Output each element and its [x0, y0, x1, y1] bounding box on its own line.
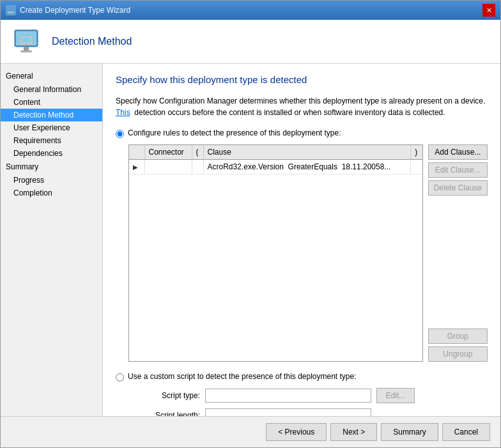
close-button[interactable]: ✕ — [482, 4, 495, 17]
main-panel: Specify how this deployment type is dete… — [103, 64, 500, 416]
ungroup-button[interactable]: Ungroup — [428, 346, 488, 362]
svg-rect-6 — [24, 47, 29, 50]
title-bar-label: Create Deployment Type Wizard — [20, 6, 130, 15]
script-type-row: Script type: Edit... — [141, 388, 488, 403]
group-button[interactable]: Group — [428, 328, 488, 344]
svg-rect-1 — [7, 8, 15, 12]
row-arrow-icon: ▶ — [133, 164, 138, 171]
wizard-header: Detection Method — [1, 20, 500, 64]
sidebar-item-requirements[interactable]: Requirements — [1, 134, 102, 147]
row-close-paren-cell — [411, 160, 422, 174]
custom-script-radio[interactable] — [116, 373, 124, 382]
wizard-footer: < Previous Next > Summary Cancel — [1, 416, 500, 447]
header-icon — [11, 26, 42, 57]
main-title: Specify how this deployment type is dete… — [116, 74, 488, 85]
col-open-paren-header: ( — [192, 145, 203, 160]
configure-rules-option: Configure rules to detect the presence o… — [116, 128, 488, 138]
add-clause-button[interactable]: Add Clause... — [428, 144, 488, 160]
detection-table-area: Connector ( Clause ) ▶ AcroRd3 — [128, 144, 488, 362]
script-length-row: Script length: — [141, 408, 488, 416]
svg-rect-2 — [9, 13, 13, 14]
row-clause-cell: AcroRd32.exe.Version GreaterEquals 18.11… — [203, 160, 411, 174]
header-title: Detection Method — [52, 36, 132, 47]
description: Specify how Configuration Manager determ… — [116, 95, 488, 118]
col-clause-header: Clause — [203, 145, 411, 160]
sidebar-group-summary: Summary — [1, 160, 102, 174]
sidebar-item-detection-method[interactable]: Detection Method — [1, 109, 102, 121]
delete-clause-button[interactable]: Delete Clause — [428, 180, 488, 196]
script-fields: Script type: Edit... Script length: — [141, 388, 488, 416]
sidebar-item-content[interactable]: Content — [1, 96, 102, 109]
sidebar-item-progress[interactable]: Progress — [1, 174, 102, 187]
col-close-paren-header: ) — [411, 145, 422, 160]
script-length-label: Script length: — [141, 411, 205, 416]
description-link[interactable]: This — [116, 108, 130, 117]
window-icon — [6, 5, 16, 15]
detection-table: Connector ( Clause ) ▶ AcroRd3 — [129, 145, 422, 174]
script-section: Script type: Edit... Script length: — [128, 388, 488, 416]
svg-point-10 — [26, 43, 27, 45]
sidebar-item-user-experience[interactable]: User Experience — [1, 121, 102, 134]
title-bar: Create Deployment Type Wizard ✕ — [1, 1, 500, 20]
cancel-button[interactable]: Cancel — [442, 423, 490, 441]
row-arrow-cell: ▶ — [129, 160, 144, 174]
col-arrow-header — [129, 145, 144, 160]
edit-script-button[interactable]: Edit... — [376, 388, 415, 403]
svg-rect-9 — [21, 37, 31, 43]
configure-rules-radio[interactable] — [116, 130, 124, 138]
previous-button[interactable]: < Previous — [266, 423, 327, 441]
content-area: General General Information Content Dete… — [1, 64, 500, 416]
sidebar-item-completion[interactable]: Completion — [1, 187, 102, 199]
configure-rules-label[interactable]: Configure rules to detect the presence o… — [128, 128, 341, 137]
script-length-input[interactable] — [205, 408, 371, 416]
row-open-paren-cell — [192, 160, 203, 174]
summary-button[interactable]: Summary — [381, 423, 438, 441]
detection-table-wrapper: Connector ( Clause ) ▶ AcroRd3 — [128, 144, 423, 362]
row-connector-cell — [144, 160, 192, 174]
script-type-input[interactable] — [205, 389, 371, 403]
custom-script-option: Use a custom script to detect the presen… — [116, 372, 488, 382]
sidebar-item-dependencies[interactable]: Dependencies — [1, 147, 102, 160]
svg-rect-7 — [20, 50, 32, 52]
edit-clause-button[interactable]: Edit Clause... — [428, 162, 488, 178]
sidebar-item-general-information[interactable]: General Information — [1, 83, 102, 96]
custom-script-label[interactable]: Use a custom script to detect the presen… — [128, 372, 357, 381]
next-button[interactable]: Next > — [330, 423, 377, 441]
script-type-label: Script type: — [141, 391, 205, 400]
side-buttons: Add Clause... Edit Clause... Delete Clau… — [428, 144, 488, 362]
svg-rect-3 — [8, 14, 13, 15]
wizard-window: Create Deployment Type Wizard ✕ Detectio… — [0, 0, 501, 448]
col-connector-header: Connector — [144, 145, 192, 160]
sidebar-group-general: General — [1, 69, 102, 83]
table-row[interactable]: ▶ AcroRd32.exe.Version GreaterEquals 18.… — [129, 160, 422, 174]
sidebar: General General Information Content Dete… — [1, 64, 103, 416]
